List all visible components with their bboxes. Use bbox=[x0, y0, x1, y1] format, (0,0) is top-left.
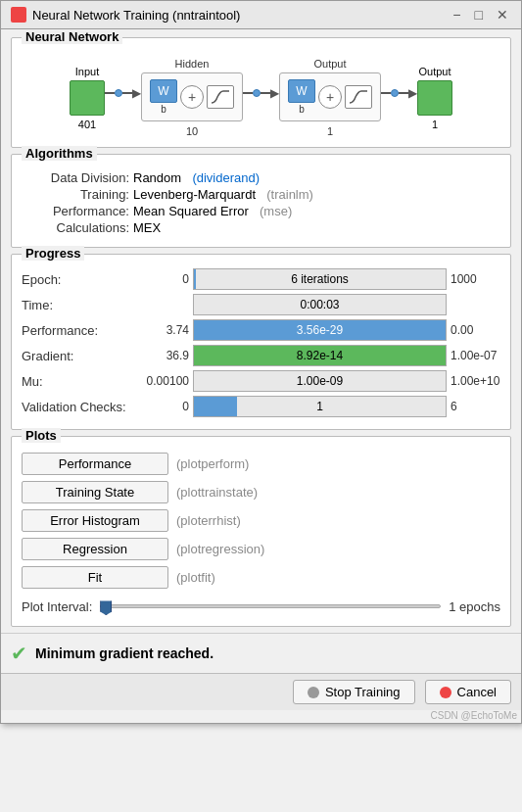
plot-btn-training-state[interactable]: Training State bbox=[22, 481, 168, 503]
prog-bar-text-5: 1 bbox=[316, 400, 323, 413]
prog-end-0: 1000 bbox=[447, 272, 500, 286]
input-box bbox=[70, 80, 105, 116]
hidden-group: Hidden W b + 10 bbox=[141, 58, 243, 137]
prog-start-2: 3.74 bbox=[139, 323, 193, 337]
title-bar-left: Neural Network Training (nntraintool) bbox=[11, 7, 240, 23]
prog-start-4: 0.00100 bbox=[139, 374, 193, 388]
prog-bar-3: 8.92e-14 bbox=[193, 345, 447, 366]
algo-link-0[interactable]: (dividerand) bbox=[192, 170, 260, 185]
algorithms-section-title: Algorithms bbox=[22, 146, 97, 161]
output-node-value: 1 bbox=[432, 119, 438, 130]
plot-interval-row: Plot Interval: 1 epochs bbox=[22, 597, 500, 616]
cancel-label: Cancel bbox=[457, 685, 497, 699]
prog-bar-text-0: 6 iterations bbox=[291, 272, 349, 286]
algorithms-body: Data Division: Random (dividerand) Train… bbox=[12, 165, 510, 247]
prog-label-3: Gradient: bbox=[22, 349, 139, 363]
input-node: Input 401 bbox=[70, 66, 105, 130]
hidden-box: W b + bbox=[141, 72, 243, 121]
prog-bar-4: 1.00e-09 bbox=[193, 370, 447, 392]
plot-label-1: (plottrainstate) bbox=[176, 485, 258, 500]
slider-track bbox=[100, 604, 441, 608]
algo-label-2: Performance: bbox=[22, 204, 129, 218]
prog-start-5: 0 bbox=[139, 400, 193, 413]
plot-btn-regression[interactable]: Regression bbox=[22, 538, 168, 560]
algo-paren-2: (mse) bbox=[260, 204, 292, 218]
plot-btn-performance[interactable]: Performance bbox=[22, 453, 168, 475]
progress-section-title: Progress bbox=[22, 246, 84, 261]
hidden-b-label: b bbox=[161, 104, 166, 115]
prog-bar-1: 0:00:03 bbox=[193, 294, 447, 315]
progress-row-val: Validation Checks: 0 1 6 bbox=[22, 396, 500, 417]
algo-paren-1: (trainlm) bbox=[266, 187, 313, 202]
prog-start-3: 36.9 bbox=[139, 349, 193, 362]
output-w-box: W bbox=[288, 79, 315, 103]
prog-end-5: 6 bbox=[447, 400, 500, 413]
stop-training-label: Stop Training bbox=[325, 685, 401, 699]
progress-row-epoch: Epoch: 0 6 iterations 1000 bbox=[22, 268, 500, 290]
plot-btn-error-histogram[interactable]: Error Histogram bbox=[22, 509, 168, 532]
prog-bar-text-4: 1.00e-09 bbox=[297, 374, 343, 388]
plot-row-2: Error Histogram (ploterrhist) bbox=[22, 509, 500, 532]
output-node: Output 1 bbox=[417, 66, 452, 130]
algo-label-3: Calculations: bbox=[22, 220, 129, 235]
algo-label-1: Training: bbox=[22, 187, 129, 202]
prog-label-4: Mu: bbox=[22, 374, 139, 389]
output-node-box bbox=[417, 80, 452, 116]
prog-end-4: 1.00e+10 bbox=[447, 374, 500, 388]
hidden-wb: W b bbox=[150, 79, 177, 115]
main-window: Neural Network Training (nntraintool) − … bbox=[0, 0, 522, 724]
algo-row-data-division: Data Division: Random (dividerand) bbox=[22, 170, 500, 185]
plots-section-title: Plots bbox=[22, 428, 61, 443]
prog-label-0: Epoch: bbox=[22, 272, 139, 287]
algo-row-performance: Performance: Mean Squared Error (mse) bbox=[22, 204, 500, 218]
bottom-bar: Stop Training Cancel bbox=[1, 673, 521, 710]
hidden-w-box: W bbox=[150, 79, 177, 103]
close-button[interactable]: ✕ bbox=[494, 7, 511, 23]
prog-bar-text-3: 8.92e-14 bbox=[297, 349, 343, 362]
prog-bar-5: 1 bbox=[193, 396, 447, 417]
neural-network-diagram: Input 401 ▶ Hidden W b + bbox=[12, 48, 510, 147]
arrow1: ▶ bbox=[105, 86, 141, 100]
output-b-label: b bbox=[299, 104, 305, 115]
plot-interval-value: 1 epochs bbox=[449, 599, 500, 614]
stop-training-button[interactable]: Stop Training bbox=[293, 680, 415, 704]
hidden-sigmoid bbox=[207, 85, 234, 109]
cancel-icon bbox=[440, 687, 451, 698]
prog-label-2: Performance: bbox=[22, 323, 139, 338]
plot-btn-fit[interactable]: Fit bbox=[22, 566, 168, 589]
plot-row-1: Training State (plottrainstate) bbox=[22, 481, 500, 503]
plot-label-4: (plotfit) bbox=[176, 570, 215, 585]
output-plus: + bbox=[318, 85, 342, 109]
arrow2: ▶ bbox=[243, 86, 279, 100]
prog-bar-text-2: 3.56e-29 bbox=[297, 323, 343, 337]
status-check-icon: ✔ bbox=[11, 642, 27, 665]
matlab-icon bbox=[11, 7, 26, 23]
hidden-label: Hidden bbox=[175, 58, 210, 70]
prog-bar-0: 6 iterations bbox=[193, 268, 447, 290]
neural-network-section-title: Neural Network bbox=[22, 29, 122, 44]
algo-value-1: Levenberg-Marquardt bbox=[133, 187, 262, 202]
plot-interval-label: Plot Interval: bbox=[22, 599, 92, 614]
prog-bar-text-1: 0:00:03 bbox=[300, 298, 339, 311]
algo-value-2: Mean Squared Error bbox=[133, 204, 256, 218]
slider-thumb[interactable] bbox=[100, 597, 112, 615]
stop-training-icon bbox=[308, 687, 319, 698]
prog-label-5: Validation Checks: bbox=[22, 400, 139, 414]
input-label: Input bbox=[75, 66, 99, 77]
plots-section: Plots Performance (plotperform) Training… bbox=[11, 436, 511, 627]
cancel-button[interactable]: Cancel bbox=[425, 680, 511, 704]
algo-value-3: MEX bbox=[133, 220, 161, 235]
plot-interval-slider[interactable] bbox=[100, 597, 441, 616]
plot-label-3: (plotregression) bbox=[176, 542, 264, 556]
progress-section: Progress Epoch: 0 6 iterations 1000 Time… bbox=[11, 254, 511, 430]
output-wb: W b bbox=[288, 79, 315, 115]
progress-body: Epoch: 0 6 iterations 1000 Time: 0:00:03 bbox=[12, 264, 510, 429]
plot-row-3: Regression (plotregression) bbox=[22, 538, 500, 560]
minimize-button[interactable]: − bbox=[450, 7, 463, 23]
plots-body: Performance (plotperform) Training State… bbox=[12, 447, 510, 626]
plot-row-0: Performance (plotperform) bbox=[22, 453, 500, 475]
maximize-button[interactable]: □ bbox=[472, 7, 486, 23]
progress-row-perf: Performance: 3.74 3.56e-29 0.00 bbox=[22, 319, 500, 341]
window-title: Neural Network Training (nntraintool) bbox=[32, 8, 240, 23]
output-node-label: Output bbox=[418, 66, 451, 77]
